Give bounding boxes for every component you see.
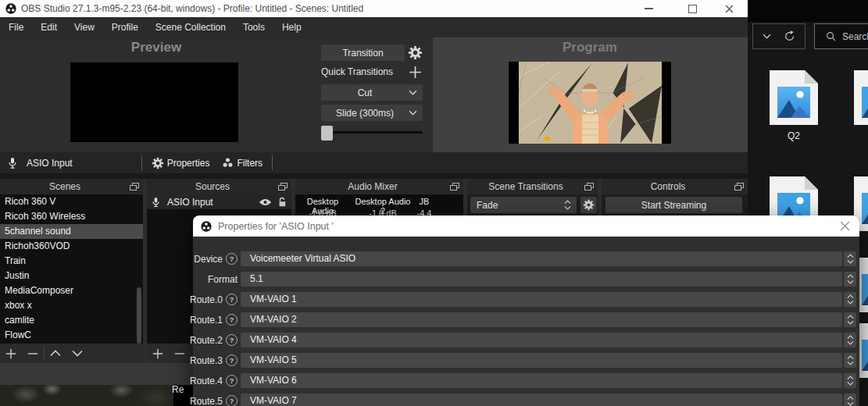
route-select[interactable]: VM-VAIO 1: [241, 292, 842, 307]
popout-icon[interactable]: [734, 183, 744, 191]
scenes-header[interactable]: Scenes: [0, 179, 143, 194]
file-label[interactable]: Q2: [770, 130, 818, 141]
audio-mixer-header[interactable]: Audio Mixer: [295, 179, 463, 194]
scene-item[interactable]: Justin: [0, 269, 143, 283]
spinner-icon[interactable]: [844, 312, 856, 327]
scene-transition-select[interactable]: Fade: [470, 197, 577, 213]
scene-transitions-header[interactable]: Scene Transitions: [467, 179, 598, 194]
chevron-down-icon: [409, 90, 417, 95]
device-select[interactable]: Voicemeeter Virtual ASIO: [241, 251, 842, 266]
transition-duration-track[interactable]: [321, 131, 423, 134]
scene-item[interactable]: Train: [0, 254, 143, 269]
lock-open-icon[interactable]: [277, 197, 287, 208]
filters-icon[interactable]: [222, 157, 234, 169]
field-label: Route.2: [190, 335, 223, 346]
properties-dialog: Properties for 'ASIO Input ' Device? Voi…: [193, 215, 859, 406]
menu-tools[interactable]: Tools: [234, 22, 273, 33]
format-select[interactable]: 5.1: [241, 272, 842, 287]
remove-scene-icon[interactable]: [22, 348, 44, 359]
scene-item[interactable]: camlite: [0, 313, 143, 328]
filters-button[interactable]: Filters: [237, 158, 263, 169]
help-icon[interactable]: ?: [226, 354, 238, 366]
file-icon[interactable]: [854, 70, 868, 125]
spinner-icon[interactable]: [844, 251, 856, 266]
spinner-icon[interactable]: [844, 272, 856, 287]
program-canvas[interactable]: [509, 62, 671, 144]
add-quick-transition-icon[interactable]: [409, 66, 422, 79]
scenes-scrollbar[interactable]: [137, 194, 141, 344]
refresh-icon[interactable]: [784, 30, 795, 42]
sources-header[interactable]: Sources: [147, 179, 291, 194]
transition-duration-slider[interactable]: [321, 126, 333, 141]
popout-icon[interactable]: [450, 183, 459, 191]
help-icon[interactable]: ?: [226, 334, 238, 346]
preview-canvas[interactable]: [70, 62, 238, 142]
chevron-down-icon[interactable]: [763, 34, 771, 39]
add-scene-icon[interactable]: [0, 348, 22, 359]
popout-icon[interactable]: [278, 183, 288, 191]
scene-item[interactable]: FlowC: [0, 328, 143, 343]
field-label: Device: [194, 254, 223, 265]
mic-icon: [8, 157, 17, 169]
transition-properties-gear-button[interactable]: [580, 197, 597, 213]
spinner-icon[interactable]: [844, 353, 856, 368]
spinner-icon[interactable]: [844, 373, 856, 388]
source-item[interactable]: ASIO Input: [147, 194, 291, 209]
menu-file[interactable]: File: [0, 22, 32, 33]
scene-item[interactable]: Ricoh 360 V: [0, 194, 143, 209]
spinner-icon[interactable]: [844, 333, 856, 347]
dialog-row: Route.0? VM-VAIO 1: [193, 292, 859, 307]
scene-item[interactable]: Richoh360VOD: [0, 239, 143, 254]
popout-icon[interactable]: [130, 183, 139, 191]
dialog-titlebar[interactable]: Properties for 'ASIO Input ': [193, 215, 859, 237]
menu-edit[interactable]: Edit: [32, 22, 66, 33]
visibility-eye-icon[interactable]: [259, 198, 272, 206]
toolbar-separator: [272, 155, 273, 170]
route-select[interactable]: VM-VAIO 7: [241, 394, 842, 406]
properties-button[interactable]: Properties: [167, 158, 210, 169]
field-label: Format: [208, 274, 238, 285]
help-icon[interactable]: ?: [226, 253, 238, 265]
scene-item[interactable]: xbox x: [0, 298, 143, 313]
transition-type-select[interactable]: Cut: [321, 84, 423, 101]
transition-gear-icon[interactable]: [408, 45, 423, 60]
search-input[interactable]: Search: [814, 23, 868, 49]
close-button[interactable]: [712, 0, 746, 17]
spinner-icon[interactable]: [844, 292, 856, 307]
minimize-button[interactable]: [631, 0, 666, 17]
controls-header[interactable]: Controls: [602, 179, 748, 194]
scenes-list: Ricoh 360 V Ricoh 360 Wireless 5channel …: [0, 194, 143, 344]
mic-icon: [152, 197, 160, 208]
help-icon[interactable]: ?: [226, 314, 238, 326]
scene-item[interactable]: Ricoh 360 Wireless: [0, 209, 143, 224]
maximize-button[interactable]: [675, 0, 709, 17]
menu-view[interactable]: View: [66, 22, 103, 33]
start-streaming-button[interactable]: Start Streaming: [605, 197, 742, 213]
help-icon[interactable]: ?: [226, 375, 238, 386]
add-source-icon[interactable]: [147, 348, 169, 359]
program-label: Program: [543, 40, 637, 55]
file-icon[interactable]: [770, 70, 818, 125]
help-icon[interactable]: ?: [226, 294, 238, 305]
menu-scene-collection[interactable]: Scene Collection: [147, 22, 234, 33]
spinner-icon[interactable]: [844, 394, 856, 406]
route-select[interactable]: VM-VAIO 5: [241, 353, 842, 368]
scene-item[interactable]: MediaComposer: [0, 283, 143, 298]
popout-icon[interactable]: [584, 183, 594, 191]
transition-button[interactable]: Transition: [321, 45, 405, 61]
remove-source-icon[interactable]: [169, 348, 191, 359]
properties-gear-icon[interactable]: [152, 157, 164, 169]
help-icon[interactable]: ?: [226, 395, 238, 406]
quick-transition-select[interactable]: Slide (300ms): [321, 105, 423, 121]
preview-label: Preview: [109, 40, 203, 55]
move-scene-down-icon[interactable]: [66, 350, 88, 357]
dialog-title: Properties for 'ASIO Input ': [218, 221, 334, 232]
route-select[interactable]: VM-VAIO 2: [241, 312, 842, 327]
menu-profile[interactable]: Profile: [103, 22, 147, 33]
route-select[interactable]: VM-VAIO 4: [241, 333, 842, 347]
menu-help[interactable]: Help: [273, 22, 310, 33]
scene-item-selected[interactable]: 5channel sound: [0, 224, 143, 239]
route-select[interactable]: VM-VAIO 6: [241, 373, 842, 388]
move-scene-up-icon[interactable]: [45, 350, 66, 357]
dialog-close-icon[interactable]: [840, 221, 850, 231]
